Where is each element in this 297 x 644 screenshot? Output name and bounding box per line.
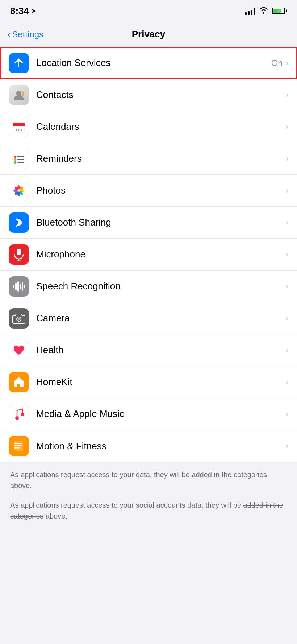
item-label: Speech Recognition bbox=[36, 281, 286, 292]
svg-rect-15 bbox=[17, 162, 24, 163]
footer-text: As applications request access to your d… bbox=[0, 462, 297, 529]
footer-paragraph-1: As applications request access to your d… bbox=[10, 469, 287, 491]
list-item-motion-fitness[interactable]: Motion & Fitness › bbox=[0, 430, 297, 462]
item-value: On bbox=[271, 58, 283, 68]
svg-rect-40 bbox=[16, 445, 22, 446]
reminders-icon bbox=[9, 149, 29, 169]
svg-rect-31 bbox=[20, 284, 21, 289]
list-item-homekit[interactable]: HomeKit › bbox=[0, 366, 297, 398]
svg-point-43 bbox=[14, 445, 16, 446]
list-item-speech-recognition[interactable]: Speech Recognition › bbox=[0, 271, 297, 302]
time-display: 8:34 bbox=[10, 5, 29, 17]
svg-rect-25 bbox=[17, 249, 21, 255]
back-chevron-icon: ‹ bbox=[7, 29, 11, 40]
list-item-camera[interactable]: Camera › bbox=[0, 302, 297, 334]
camera-icon bbox=[9, 308, 29, 329]
privacy-list: Location Services On › Contacts › • • • bbox=[0, 47, 297, 462]
svg-point-10 bbox=[14, 156, 16, 158]
svg-rect-1 bbox=[22, 91, 24, 96]
chevron-icon: › bbox=[286, 122, 288, 132]
nav-bar: ‹ Settings Privacy bbox=[0, 22, 297, 47]
list-item-photos[interactable]: Photos › bbox=[0, 175, 297, 207]
chevron-icon: › bbox=[286, 441, 288, 451]
svg-rect-30 bbox=[17, 281, 19, 292]
svg-rect-28 bbox=[13, 285, 14, 288]
svg-rect-11 bbox=[17, 156, 24, 157]
chevron-icon: › bbox=[286, 90, 288, 100]
item-label: Media & Apple Music bbox=[36, 408, 286, 420]
motion-fitness-icon bbox=[9, 436, 29, 456]
svg-rect-4 bbox=[13, 125, 25, 126]
speech-recognition-icon bbox=[9, 276, 29, 297]
status-time: 8:34 ➤ bbox=[10, 5, 37, 17]
svg-rect-29 bbox=[15, 283, 17, 290]
status-bar: 8:34 ➤ ⚡ bbox=[0, 0, 297, 22]
homekit-icon bbox=[9, 372, 29, 392]
page-title: Privacy bbox=[132, 29, 166, 40]
signal-icon bbox=[245, 7, 255, 15]
list-item-bluetooth-sharing[interactable]: Bluetooth Sharing › bbox=[0, 207, 297, 239]
bluetooth-icon bbox=[9, 212, 29, 233]
item-label: HomeKit bbox=[36, 376, 286, 388]
health-icon bbox=[9, 340, 29, 360]
chevron-icon: › bbox=[286, 346, 288, 355]
svg-point-35 bbox=[18, 318, 20, 320]
svg-point-36 bbox=[15, 416, 19, 420]
svg-rect-32 bbox=[22, 282, 23, 291]
chevron-icon: › bbox=[286, 154, 288, 164]
calendars-icon: • • • bbox=[9, 117, 29, 137]
chevron-icon: › bbox=[286, 314, 288, 323]
list-item-media-apple-music[interactable]: Media & Apple Music › bbox=[0, 398, 297, 430]
item-label: Health bbox=[36, 344, 286, 356]
svg-rect-39 bbox=[16, 443, 22, 444]
location-indicator: ➤ bbox=[31, 7, 37, 15]
back-label: Settings bbox=[12, 29, 43, 40]
chevron-icon: › bbox=[286, 282, 288, 291]
svg-point-24 bbox=[17, 189, 20, 192]
media-music-icon bbox=[9, 404, 29, 424]
item-label: Motion & Fitness bbox=[36, 441, 286, 452]
list-item-location-services[interactable]: Location Services On › bbox=[0, 47, 297, 79]
item-label: Microphone bbox=[36, 249, 286, 260]
item-label: Reminders bbox=[36, 153, 286, 164]
item-label: Contacts bbox=[36, 89, 286, 100]
list-item-reminders[interactable]: Reminders › bbox=[0, 143, 297, 175]
item-label: Camera bbox=[36, 313, 286, 324]
contacts-icon bbox=[9, 85, 29, 105]
svg-rect-41 bbox=[16, 447, 20, 449]
photos-icon bbox=[9, 181, 29, 201]
chevron-icon: › bbox=[286, 250, 288, 259]
battery-icon: ⚡ bbox=[272, 8, 287, 14]
list-item-contacts[interactable]: Contacts › bbox=[0, 79, 297, 111]
footer-text-suffix: above. bbox=[43, 512, 67, 520]
chevron-icon: › bbox=[286, 377, 288, 387]
list-item-microphone[interactable]: Microphone › bbox=[0, 239, 297, 271]
microphone-icon bbox=[9, 244, 29, 265]
chevron-icon: › bbox=[286, 58, 288, 68]
chevron-icon: › bbox=[286, 409, 288, 419]
footer-paragraph-2: As applications request access to your s… bbox=[10, 500, 287, 521]
item-label: Bluetooth Sharing bbox=[36, 217, 286, 228]
svg-rect-33 bbox=[24, 285, 25, 288]
svg-rect-13 bbox=[17, 159, 24, 160]
chevron-icon: › bbox=[286, 218, 288, 227]
status-icons: ⚡ bbox=[245, 7, 287, 16]
list-item-health[interactable]: Health › bbox=[0, 334, 297, 366]
svg-point-14 bbox=[14, 161, 16, 164]
chevron-icon: › bbox=[286, 186, 288, 195]
svg-point-37 bbox=[21, 413, 24, 416]
footer-text-prefix: As applications request access to your s… bbox=[10, 501, 243, 509]
back-button[interactable]: ‹ Settings bbox=[7, 29, 43, 40]
item-label: Location Services bbox=[36, 57, 271, 69]
svg-point-44 bbox=[14, 447, 16, 449]
item-label: Calendars bbox=[36, 121, 286, 132]
wifi-icon bbox=[259, 7, 268, 16]
list-item-calendars[interactable]: • • • Calendars › bbox=[0, 111, 297, 143]
item-label: Photos bbox=[36, 185, 286, 196]
svg-point-42 bbox=[14, 443, 16, 444]
location-services-icon bbox=[9, 53, 29, 73]
svg-point-12 bbox=[14, 158, 16, 161]
